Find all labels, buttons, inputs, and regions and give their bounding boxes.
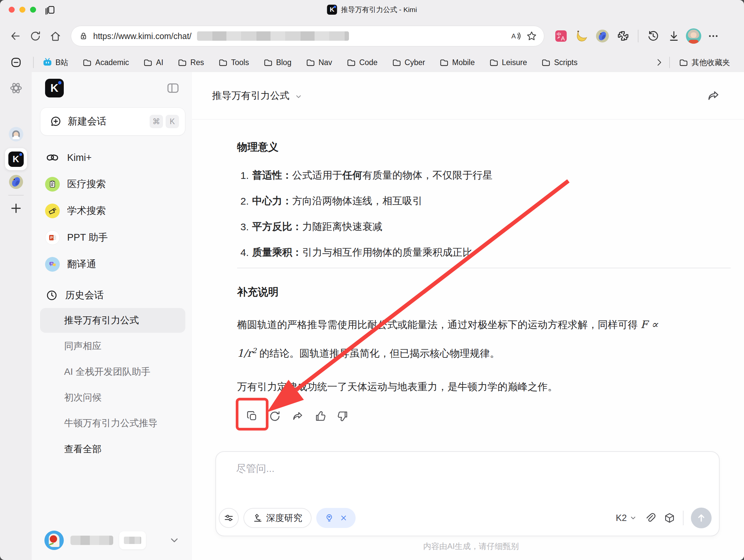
close-icon[interactable]	[340, 514, 348, 522]
copy-button[interactable]	[243, 407, 261, 426]
chat-title: 推导万有引力公式	[212, 89, 290, 103]
paragraph-supplement: 椭圆轨道的严格推导需使用比耐公式或能量法，通过对极坐标下的运动方程求解，同样可得…	[237, 311, 731, 366]
url-text: https://www.kimi.com/chat/	[93, 31, 192, 41]
history-item[interactable]: 同声相应	[40, 334, 185, 358]
bookmark-other-favorites[interactable]: 其他收藏夹	[674, 55, 734, 70]
bookmark-folder-leisure[interactable]: Leisure	[485, 55, 531, 70]
formula-inverse-r-squared: 1/r2	[237, 347, 256, 359]
kimi-rail-icon-active[interactable]: K	[5, 148, 27, 170]
reload-button[interactable]	[27, 27, 44, 45]
bookmarks-separator	[33, 57, 34, 68]
bookmark-folder-cyber[interactable]: Cyber	[388, 55, 429, 70]
kimi-app-logo[interactable]: K	[45, 79, 64, 97]
tab-title: 推导万有引力公式 - Kimi	[341, 5, 417, 14]
browser-profile-avatar[interactable]	[686, 28, 701, 44]
kimi-sidebar: K 新建会话 ⌘ K Kimi+	[32, 72, 192, 560]
regenerate-button[interactable]	[265, 407, 284, 426]
home-button[interactable]	[47, 27, 64, 45]
send-arrow-icon	[696, 512, 707, 524]
bookmark-folder-academic[interactable]: Academic	[78, 55, 133, 70]
bookmark-folder-ai[interactable]: AI	[139, 55, 167, 70]
user-menu-chevron-icon[interactable]	[169, 535, 180, 546]
send-button[interactable]	[691, 508, 712, 528]
sidebar-item-academic-search[interactable]: 学术搜索	[32, 198, 192, 224]
plugins-button[interactable]	[664, 512, 675, 524]
active-tab[interactable]: K 推导万有引力公式 - Kimi	[327, 5, 417, 15]
bookmarks-overflow-chevron-icon[interactable]	[650, 54, 668, 71]
tab-stack-icon[interactable]	[45, 4, 56, 15]
chevron-down-icon	[629, 514, 637, 522]
thinking-mode-chip[interactable]	[316, 508, 356, 528]
chatgpt-rail-icon[interactable]	[9, 81, 23, 95]
bookmark-folder-blog[interactable]: Blog	[259, 55, 296, 70]
deep-research-button[interactable]: 深度研究	[244, 508, 311, 528]
back-button[interactable]	[7, 27, 24, 45]
new-chat-icon	[50, 116, 62, 127]
collapse-sidebar-icon[interactable]	[166, 81, 180, 95]
sidebar-item-translator[interactable]: 译 翻译通	[32, 251, 192, 278]
input-settings-button[interactable]	[219, 508, 239, 528]
share-chat-icon[interactable]	[707, 89, 720, 103]
translator-icon: 译	[45, 257, 60, 272]
history-item[interactable]: AI 全栈开发团队助手	[40, 359, 185, 384]
composer-separator	[683, 511, 683, 525]
chat-header: 推导万有引力公式	[192, 72, 744, 119]
browser-toolbar: https://www.kimi.com/chat/ A 中A	[0, 19, 744, 53]
assistant-avatar-rail-icon[interactable]	[8, 126, 24, 142]
model-selector[interactable]: K2	[616, 513, 637, 523]
history-item[interactable]: 牛顿万有引力公式推导	[40, 411, 185, 436]
history-section-header[interactable]: 历史会话	[32, 284, 192, 307]
kimi-plus-icon	[45, 150, 60, 165]
bookmark-folder-code[interactable]: Code	[342, 55, 382, 70]
section-divider	[237, 268, 731, 268]
history-view-all[interactable]: 查看全部	[40, 437, 185, 462]
maximize-window-button[interactable]	[30, 7, 36, 13]
sidebar-item-ppt-assistant[interactable]: P PPT 助手	[32, 224, 192, 251]
ppt-assistant-icon: P	[45, 230, 60, 245]
gemini-rail-icon[interactable]	[9, 104, 23, 118]
kimi-favicon: K	[327, 5, 337, 15]
share-message-button[interactable]	[288, 407, 307, 426]
sidebar-item-medical-search[interactable]: 医疗搜索	[32, 171, 192, 198]
folder-icon	[263, 57, 273, 68]
thumbs-up-button[interactable]	[311, 407, 330, 426]
add-workspace-icon[interactable]	[9, 202, 23, 215]
bookmark-star-icon[interactable]	[526, 30, 537, 42]
bookmark-folder-tools[interactable]: Tools	[214, 55, 253, 70]
sidebar-item-kimi-plus[interactable]: Kimi+	[32, 144, 192, 171]
translate-extension-icon[interactable]: 中A	[552, 27, 570, 45]
browser-menu-icon[interactable]	[705, 27, 722, 45]
history-item[interactable]: 初次问候	[40, 385, 185, 410]
bird-extension-icon[interactable]	[594, 27, 611, 45]
user-avatar	[44, 531, 64, 550]
bookmark-folder-res[interactable]: Res	[173, 55, 208, 70]
history-icon[interactable]	[644, 27, 662, 45]
bookmark-folder-mobile[interactable]: Mobile	[435, 55, 479, 70]
reading-list-icon[interactable]	[0, 56, 32, 69]
close-window-button[interactable]	[9, 7, 15, 13]
bird-rail-icon[interactable]	[8, 174, 24, 190]
chat-input[interactable]	[216, 452, 719, 489]
chat-title-chevron-icon[interactable]	[294, 92, 303, 101]
extensions-puzzle-icon[interactable]	[615, 27, 632, 45]
read-aloud-icon[interactable]: A	[510, 30, 521, 42]
bookmark-folder-scripts[interactable]: Scripts	[537, 55, 581, 70]
banana-extension-icon[interactable]	[573, 27, 590, 45]
minimize-window-button[interactable]	[20, 7, 25, 13]
clock-icon	[46, 289, 58, 302]
url-bar[interactable]: https://www.kimi.com/chat/ A	[71, 26, 544, 46]
kimi-logo: K	[8, 152, 24, 167]
thumbs-down-button[interactable]	[334, 407, 352, 426]
sidebar-user-row[interactable]	[32, 531, 192, 550]
folder-icon	[177, 57, 187, 68]
traffic-lights	[9, 7, 36, 13]
folder-icon	[82, 57, 92, 68]
history-item-current[interactable]: 推导万有引力公式	[40, 308, 185, 333]
svg-text:P: P	[50, 236, 53, 240]
bookmark-folder-nav[interactable]: Nav	[302, 55, 336, 70]
bookmark-bilibili[interactable]: B站	[38, 55, 72, 70]
attach-file-button[interactable]	[644, 512, 656, 524]
download-icon[interactable]	[665, 27, 682, 45]
new-chat-button[interactable]: 新建会话 ⌘ K	[40, 108, 185, 135]
academic-search-icon	[45, 204, 60, 218]
